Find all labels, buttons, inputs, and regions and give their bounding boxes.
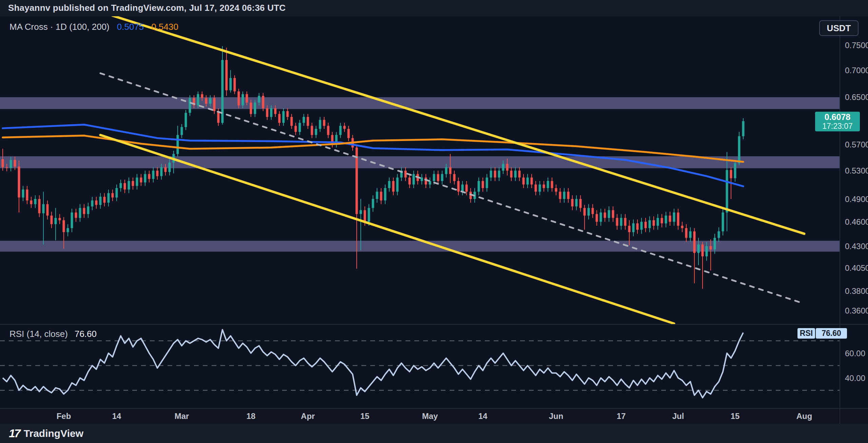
candle [6, 167, 8, 168]
candle [128, 181, 130, 189]
candle [726, 170, 728, 212]
candle [514, 170, 517, 177]
svg-text:17: 17 [617, 411, 626, 421]
candle [596, 214, 598, 222]
candle [498, 170, 500, 177]
candle [75, 213, 77, 218]
svg-text:0.3600: 0.3600 [845, 306, 868, 315]
candle [384, 188, 387, 200]
svg-text:Mar: Mar [175, 411, 189, 421]
candle [95, 200, 98, 205]
candle [343, 126, 346, 129]
candle [742, 121, 745, 136]
candle [51, 216, 53, 224]
candle [262, 96, 264, 108]
publish-title: Shayannv published on TradingView.com, J… [8, 3, 285, 13]
candle [616, 218, 618, 226]
candle [250, 102, 252, 114]
candle [156, 170, 159, 176]
candle [348, 129, 350, 138]
rsi-legend-value: 76.60 [75, 329, 97, 339]
candle [441, 174, 443, 181]
candle [67, 228, 69, 232]
candle [555, 188, 557, 192]
candle [571, 199, 574, 206]
candle [645, 222, 647, 228]
candle [608, 210, 610, 218]
candle [209, 98, 212, 104]
candle [738, 136, 741, 163]
candle [522, 178, 525, 185]
svg-text:40.00: 40.00 [845, 374, 865, 383]
tradingview-logo-icon[interactable]: 17 [9, 427, 20, 440]
candle [689, 231, 692, 238]
candle [99, 197, 102, 205]
candle [702, 244, 704, 256]
candle [46, 204, 49, 216]
candle [710, 246, 712, 249]
candle [87, 206, 90, 214]
candle [299, 123, 301, 132]
chart-canvas[interactable]: 0.75000.70000.65000.57000.53000.49000.46… [0, 16, 868, 424]
svg-text:Apr: Apr [301, 411, 315, 421]
candle [624, 218, 627, 226]
candle [38, 199, 41, 213]
svg-text:0.7500: 0.7500 [845, 41, 868, 50]
candle [628, 226, 631, 232]
candle [254, 102, 256, 114]
candle [274, 108, 277, 114]
candle [396, 178, 399, 192]
candle [55, 218, 57, 224]
candle [189, 98, 191, 113]
candle [319, 120, 321, 129]
candle [103, 197, 106, 203]
candle [291, 117, 293, 126]
candle [278, 114, 281, 123]
svg-text:0.4900: 0.4900 [845, 195, 868, 204]
candle [169, 163, 171, 172]
sr-zone [0, 97, 840, 109]
candle [79, 208, 81, 218]
candle [124, 183, 126, 189]
ma200-value: 0.5430 [151, 22, 178, 32]
candle [140, 178, 142, 182]
indicator-legend[interactable]: MA Cross · 1D (100, 200) 0.5075 0.5430 [9, 22, 178, 32]
candle [551, 181, 553, 188]
candle [315, 129, 317, 135]
candle [242, 94, 244, 105]
candle [144, 174, 146, 183]
candle [612, 210, 614, 218]
svg-text:RSI: RSI [800, 329, 813, 338]
candle [201, 94, 203, 98]
candle [120, 183, 122, 188]
candle [91, 200, 94, 206]
candle [421, 178, 423, 181]
chart-area[interactable]: 0.75000.70000.65000.57000.53000.49000.46… [0, 16, 868, 424]
candle [453, 174, 456, 181]
candle [22, 189, 24, 198]
candle [636, 223, 639, 230]
candle [225, 60, 228, 90]
candle [287, 111, 289, 117]
tradingview-brand[interactable]: TradingView [24, 428, 83, 439]
currency-toggle-button[interactable]: USDT [819, 20, 859, 36]
rsi-legend[interactable]: RSI (14, close) 76.60 [9, 329, 97, 339]
candle [197, 94, 199, 105]
candle [26, 189, 28, 200]
candle [360, 210, 362, 214]
candle [490, 170, 492, 177]
candle [270, 108, 273, 117]
svg-text:15: 15 [360, 411, 370, 421]
candle [482, 181, 484, 188]
candle [677, 213, 679, 226]
candle [112, 193, 114, 198]
candle [307, 117, 309, 126]
candle [575, 199, 578, 206]
svg-text:0.5300: 0.5300 [845, 166, 868, 175]
candle [246, 94, 248, 103]
candle [718, 231, 720, 238]
candle [466, 184, 468, 192]
candle [34, 199, 37, 204]
svg-text:0.4600: 0.4600 [845, 217, 868, 226]
ma100-value: 0.5075 [117, 22, 144, 32]
